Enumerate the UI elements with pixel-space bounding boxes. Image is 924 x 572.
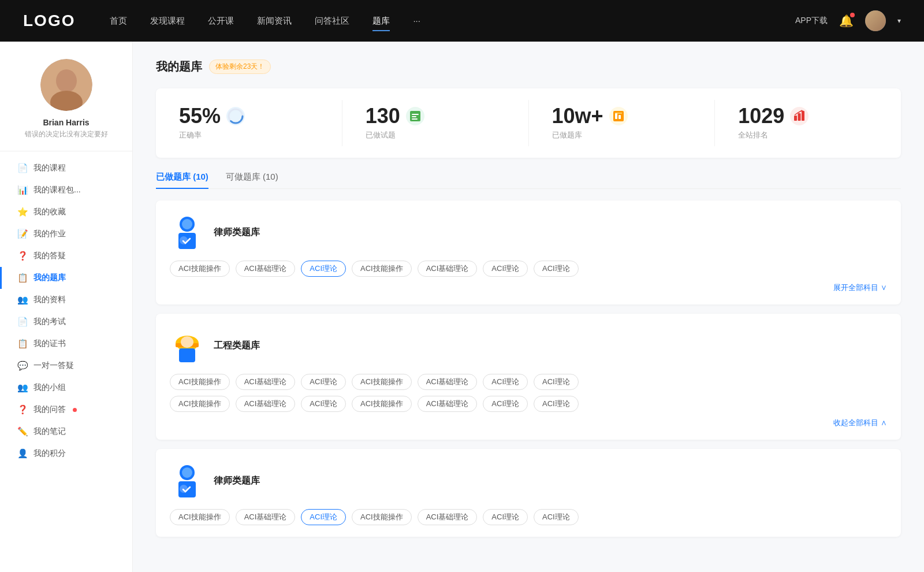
nav-item-题库[interactable]: 题库 bbox=[372, 13, 390, 29]
tag[interactable]: ACI技能操作 bbox=[352, 261, 412, 277]
sidebar-item-9[interactable]: 💬 一对一答疑 bbox=[12, 355, 132, 377]
svg-rect-9 bbox=[615, 113, 622, 114]
tag[interactable]: ACI基础理论 bbox=[236, 509, 296, 525]
tag[interactable]: ACI技能操作 bbox=[352, 509, 412, 525]
tag[interactable]: ACI技能操作 bbox=[170, 374, 230, 390]
sidebar-item-12[interactable]: ✏️ 我的笔记 bbox=[12, 421, 132, 443]
svg-point-17 bbox=[180, 236, 188, 244]
user-name: Brian Harris bbox=[43, 118, 89, 127]
stat-value: 130 bbox=[366, 106, 400, 127]
tag[interactable]: ACI技能操作 bbox=[170, 509, 230, 525]
menu-icon: 📄 bbox=[17, 317, 28, 327]
expand-button[interactable]: 展开全部科目 ∨ bbox=[170, 283, 887, 293]
tag[interactable]: ACI理论 bbox=[534, 261, 579, 277]
nav-item-新闻资讯[interactable]: 新闻资讯 bbox=[257, 13, 292, 29]
svg-rect-10 bbox=[794, 116, 797, 121]
main-layout: Brian Harris 错误的决定比没有决定要好 📄 我的课程 📊 我的课程包… bbox=[0, 42, 924, 572]
trial-badge: 体验剩余23天！ bbox=[209, 60, 271, 74]
nav-item-问答社区[interactable]: 问答社区 bbox=[315, 13, 349, 29]
sidebar-item-3[interactable]: 📝 我的作业 bbox=[12, 223, 132, 245]
menu-label: 我的资料 bbox=[33, 295, 66, 305]
notification-dot bbox=[850, 13, 855, 17]
svg-rect-3 bbox=[412, 114, 419, 115]
svg-point-21 bbox=[181, 336, 193, 348]
tag[interactable]: ACI理论 bbox=[534, 374, 579, 390]
sidebar-item-8[interactable]: 📋 我的证书 bbox=[12, 333, 132, 355]
tag[interactable]: ACI理论 bbox=[301, 374, 346, 390]
menu-label: 我的题库 bbox=[33, 273, 66, 283]
nav-item-首页[interactable]: 首页 bbox=[110, 13, 127, 29]
tab-done-banks[interactable]: 已做题库 (10) bbox=[156, 172, 208, 188]
stat-label: 全站排名 bbox=[738, 130, 768, 140]
tag[interactable]: ACI基础理论 bbox=[236, 374, 296, 390]
tab-available-banks[interactable]: 可做题库 (10) bbox=[226, 172, 278, 188]
menu-label: 我的课程包... bbox=[33, 185, 81, 195]
page-header: 我的题库 体验剩余23天！ bbox=[156, 59, 901, 75]
progress-icon bbox=[226, 107, 245, 125]
tag[interactable]: ACI理论 bbox=[483, 374, 528, 390]
stat-value: 10w+ bbox=[552, 106, 603, 127]
app-download-button[interactable]: APP下载 bbox=[795, 16, 828, 26]
tag[interactable]: ACI技能操作 bbox=[170, 261, 230, 277]
nav-item-公开课[interactable]: 公开课 bbox=[208, 13, 234, 29]
sidebar-item-7[interactable]: 📄 我的考试 bbox=[12, 311, 132, 333]
tag[interactable]: ACI理论 bbox=[483, 509, 528, 525]
menu-icon: 👥 bbox=[17, 295, 28, 305]
tag[interactable]: ACI理论 bbox=[301, 396, 346, 412]
sidebar-item-6[interactable]: 👥 我的资料 bbox=[12, 289, 132, 311]
svg-rect-20 bbox=[179, 348, 195, 362]
nav-item-···[interactable]: ··· bbox=[413, 13, 420, 29]
tag[interactable]: ACI理论 bbox=[483, 396, 528, 412]
svg-rect-8 bbox=[619, 115, 621, 119]
tag[interactable]: ACI技能操作 bbox=[352, 396, 412, 412]
stat-done-banks: 10w+ 已做题库 bbox=[529, 100, 716, 146]
collapse-button[interactable]: 收起全部科目 ∧ bbox=[170, 418, 887, 428]
chevron-down-icon[interactable]: ▾ bbox=[897, 17, 901, 25]
sidebar-item-13[interactable]: 👤 我的积分 bbox=[12, 443, 132, 465]
logo: LOGO bbox=[23, 12, 75, 30]
tag[interactable]: ACI基础理论 bbox=[418, 374, 478, 390]
avatar[interactable] bbox=[865, 10, 886, 31]
menu-label: 我的作业 bbox=[33, 229, 66, 239]
tag[interactable]: ACI基础理论 bbox=[236, 261, 296, 277]
svg-rect-4 bbox=[412, 116, 416, 117]
tag[interactable]: ACI技能操作 bbox=[170, 396, 230, 412]
menu-label: 我的课程 bbox=[33, 163, 66, 173]
tag[interactable]: ACI理论 bbox=[483, 261, 528, 277]
sidebar-item-1[interactable]: 📊 我的课程包... bbox=[12, 179, 132, 201]
tag[interactable]: ACI基础理论 bbox=[418, 261, 478, 277]
stat-site-rank: 1029 全站排名 bbox=[715, 100, 901, 146]
rank-icon bbox=[790, 107, 808, 125]
tag[interactable]: ACI基础理论 bbox=[418, 509, 478, 525]
menu-icon: ✏️ bbox=[17, 426, 28, 437]
menu-icon: 📋 bbox=[17, 339, 28, 349]
bank-card-tags: ACI技能操作 ACI基础理论 ACI理论 ACI技能操作 ACI基础理论 AC… bbox=[170, 509, 887, 525]
stat-label: 已做题库 bbox=[552, 130, 582, 140]
tag[interactable]: ACI理论 bbox=[534, 509, 579, 525]
avatar-image bbox=[865, 10, 886, 31]
notification-bell[interactable]: 🔔 bbox=[839, 14, 854, 28]
bank-card-icon bbox=[170, 325, 204, 366]
sidebar-item-4[interactable]: ❓ 我的答疑 bbox=[12, 245, 132, 267]
menu-label: 我的积分 bbox=[33, 448, 66, 459]
tag-active[interactable]: ACI理论 bbox=[301, 509, 346, 525]
nav-item-发现课程[interactable]: 发现课程 bbox=[150, 13, 185, 29]
menu-label: 我的考试 bbox=[33, 317, 66, 327]
bank-card-lawyer-2: 律师类题库 ACI技能操作 ACI基础理论 ACI理论 ACI技能操作 ACI基… bbox=[156, 449, 901, 537]
menu-icon: 📄 bbox=[17, 163, 28, 173]
sidebar-item-5[interactable]: 📋 我的题库 bbox=[12, 267, 132, 289]
tag[interactable]: ACI基础理论 bbox=[418, 396, 478, 412]
menu-icon: 👤 bbox=[17, 448, 28, 459]
tag[interactable]: ACI技能操作 bbox=[352, 374, 412, 390]
main-content: 我的题库 体验剩余23天！ 55% 正确率 bbox=[133, 42, 924, 572]
sidebar-item-10[interactable]: 👥 我的小组 bbox=[12, 377, 132, 399]
tag[interactable]: ACI理论 bbox=[534, 396, 579, 412]
questions-icon bbox=[406, 107, 424, 125]
sidebar-item-11[interactable]: ❓ 我的问答 bbox=[12, 399, 132, 421]
tag[interactable]: ACI基础理论 bbox=[236, 396, 296, 412]
sidebar-item-2[interactable]: ⭐ 我的收藏 bbox=[12, 201, 132, 223]
tag-active[interactable]: ACI理论 bbox=[301, 261, 346, 277]
sidebar-item-0[interactable]: 📄 我的课程 bbox=[12, 157, 132, 179]
menu-label: 一对一答疑 bbox=[33, 361, 74, 371]
stat-label: 已做试题 bbox=[366, 130, 396, 140]
